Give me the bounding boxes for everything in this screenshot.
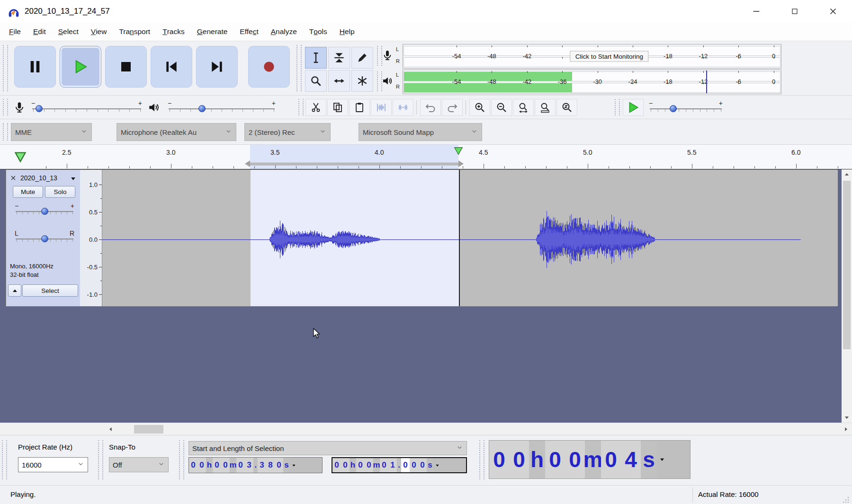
play-button[interactable] [60, 46, 101, 88]
playhead-marker[interactable] [453, 146, 464, 159]
time-digit[interactable]: . [253, 458, 258, 473]
time-digit[interactable]: 3 [245, 458, 253, 473]
playback-device-combo[interactable]: Microsoft Sound Mapp [359, 123, 482, 141]
time-unit[interactable]: h [350, 458, 356, 472]
tools-toolbar-grip[interactable] [296, 45, 302, 91]
time-digit[interactable]: 0 [221, 458, 230, 473]
close-button[interactable] [814, 0, 852, 23]
time-toolbar-grip[interactable] [479, 440, 484, 479]
zoom-in-button[interactable] [469, 99, 490, 116]
silence-button[interactable] [393, 99, 413, 116]
menu-effect[interactable]: Effect [233, 23, 264, 41]
play-speed-slider-thumb[interactable] [670, 105, 677, 112]
record-button[interactable] [248, 46, 290, 88]
minimize-button[interactable] [737, 0, 775, 23]
time-unit[interactable]: h [529, 441, 545, 478]
pin-playhead-button[interactable] [10, 147, 30, 167]
edit-toolbar-grip[interactable] [298, 99, 304, 115]
time-digit[interactable]: 0 [365, 458, 373, 472]
vertical-scrollbar[interactable] [842, 169, 852, 423]
menu-select[interactable]: Select [52, 23, 85, 41]
recording-volume-slider-thumb[interactable] [36, 105, 43, 112]
track-mute-button[interactable]: Mute [13, 186, 43, 198]
time-digit[interactable]: . [397, 458, 401, 472]
scroll-up-arrow[interactable] [842, 169, 852, 180]
time-digit[interactable]: 0 [418, 458, 427, 472]
draw-tool-button[interactable] [351, 47, 373, 69]
time-digit[interactable]: 8 [266, 458, 275, 473]
selection-fields-grip[interactable] [179, 440, 184, 479]
time-digit[interactable]: 0 [356, 458, 365, 472]
maximize-button[interactable] [775, 0, 814, 23]
time-digit[interactable]: 0 [236, 458, 245, 473]
menu-view[interactable]: View [85, 23, 113, 41]
pause-button[interactable] [14, 46, 56, 88]
recording-device-combo[interactable]: Microphone (Realtek Au [117, 123, 236, 141]
time-digit[interactable]: 4 [621, 441, 641, 478]
playback-volume-slider[interactable]: −+ [167, 100, 277, 115]
vertical-scroll-thumb[interactable] [843, 181, 851, 349]
trim-outside-button[interactable] [371, 99, 392, 116]
scroll-down-arrow[interactable] [842, 412, 852, 423]
recording-meter[interactable]: -54-48-42-18-12-60Click to Start Monitor… [403, 44, 781, 69]
time-unit[interactable]: m [373, 458, 380, 472]
audio-host-combo[interactable]: MME [11, 123, 92, 141]
selection-length-field[interactable]: 00h00m01.000s [332, 457, 467, 473]
time-field-dropdown-arrow[interactable] [290, 458, 297, 473]
time-digit[interactable]: 0 [332, 458, 341, 472]
recording-volume-slider[interactable]: −+ [30, 100, 143, 115]
time-digit[interactable]: 3 [258, 458, 266, 473]
time-digit[interactable]: 0 [380, 458, 388, 472]
zoom-out-button[interactable] [491, 99, 512, 116]
audio-position-display[interactable]: 00h00m04s [489, 440, 691, 479]
playback-meter[interactable]: -54-48-42-36-30-24-18-12-60 [403, 70, 781, 94]
track-close-button[interactable] [8, 173, 18, 183]
stop-button[interactable] [105, 46, 147, 88]
time-unit[interactable]: m [230, 458, 236, 473]
time-field-dropdown-arrow[interactable] [657, 441, 667, 478]
selection-toolbar-grip[interactable] [2, 440, 7, 479]
track-pan-slider[interactable]: LR [14, 230, 75, 245]
play-at-speed-button[interactable] [623, 99, 644, 116]
time-digit[interactable]: 1 [388, 458, 397, 472]
cut-button[interactable] [305, 99, 326, 116]
copy-button[interactable] [327, 99, 348, 116]
selection-start-field[interactable]: 00h00m03.380s [188, 457, 323, 473]
time-unit[interactable]: s [283, 458, 290, 473]
time-digit[interactable]: 0 [341, 458, 350, 472]
playback-meter-speaker-button[interactable] [382, 75, 395, 88]
time-digit[interactable]: 0 [197, 458, 206, 473]
selection-mode-combo[interactable]: Start and Length of Selection [188, 441, 467, 455]
menu-analyze[interactable]: Analyze [265, 23, 303, 41]
time-digit[interactable]: 0 [401, 458, 410, 472]
zoom-tool-button[interactable] [305, 70, 327, 92]
time-digit[interactable]: 0 [601, 441, 621, 478]
time-digit[interactable]: 0 [189, 458, 197, 473]
fit-project-button[interactable] [535, 99, 556, 116]
menu-tools[interactable]: Tools [303, 23, 333, 41]
time-unit[interactable]: s [641, 441, 657, 478]
selection-start-arrow[interactable] [245, 160, 250, 167]
scroll-left-arrow[interactable] [105, 424, 117, 435]
fit-selection-button[interactable] [513, 99, 534, 116]
time-field-dropdown-arrow[interactable] [433, 458, 441, 472]
envelope-tool-button[interactable] [328, 47, 350, 69]
track-solo-button[interactable]: Solo [45, 186, 75, 198]
multi-tool-tool-button[interactable] [351, 70, 373, 92]
playback-volume-slider-thumb[interactable] [198, 105, 206, 112]
undo-button[interactable] [420, 99, 441, 116]
track-title[interactable]: 2020_10_13 [20, 174, 57, 182]
selection-end-arrow[interactable] [458, 160, 464, 167]
skip-start-button[interactable] [151, 46, 192, 88]
timeline-selection-bar[interactable] [250, 163, 458, 165]
track-select-button[interactable]: Select [22, 284, 78, 297]
time-unit[interactable]: h [206, 458, 213, 473]
time-unit[interactable]: s [427, 458, 433, 472]
time-digit[interactable]: 0 [565, 441, 585, 478]
menu-edit[interactable]: Edit [27, 23, 52, 41]
recording-channels-combo[interactable]: 2 (Stereo) Rec [244, 123, 331, 141]
horizontal-scrollbar[interactable] [0, 423, 852, 435]
time-unit[interactable]: m [585, 441, 601, 478]
resize-grip[interactable] [843, 496, 850, 504]
menu-generate[interactable]: Generate [191, 23, 234, 41]
